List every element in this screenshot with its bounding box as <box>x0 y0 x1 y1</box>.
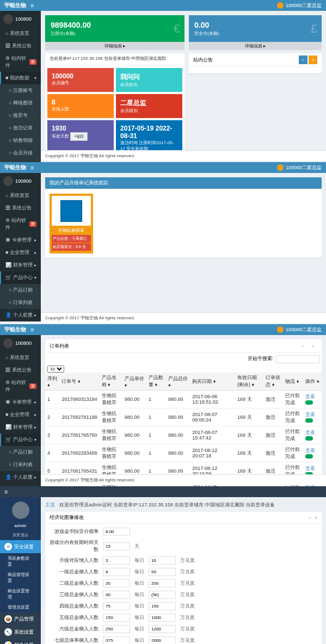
breadcrumb-home[interactable]: 主页 <box>45 502 55 507</box>
menu-item[interactable]: 🛒 产品中心▾ <box>0 434 41 446</box>
minimize-icon[interactable]: − <box>299 55 307 64</box>
form-label: 七级总体率梯入人数 <box>50 637 99 644</box>
product-card[interactable]: 生物抗衰植萃 产品分类：干果果仁 购买需要分：9.9 分 <box>50 194 93 253</box>
close-icon[interactable]: × <box>309 55 317 64</box>
user-info[interactable]: 100000二星总监 <box>277 2 322 9</box>
menu-sub-item[interactable]: ○ 订单列表 <box>0 296 41 309</box>
menu-item[interactable]: ⚙ 站内软件新 <box>0 376 41 396</box>
table-header[interactable]: 订单号 ♦ <box>59 373 99 391</box>
search-input[interactable] <box>276 355 319 363</box>
menu-sub-item[interactable]: ○ 推荐号 <box>0 109 41 122</box>
hamburger-icon[interactable]: ≡ <box>30 2 34 9</box>
menu-item[interactable]: 📦产品管理 <box>0 612 41 626</box>
menu-item[interactable]: 📊 财务管理▸ <box>0 421 41 434</box>
table-header[interactable]: 购买日期 ♦ <box>190 373 235 391</box>
hamburger-icon[interactable]: ≡ <box>30 164 34 171</box>
menu-item[interactable]: ⌂ 系统首页 <box>0 189 41 202</box>
form-input[interactable] <box>103 542 130 550</box>
form-input[interactable] <box>103 636 130 644</box>
form-input[interactable] <box>149 579 176 587</box>
view-link[interactable]: 查看 <box>305 412 315 417</box>
form-input[interactable] <box>103 591 130 599</box>
close-icon[interactable]: × <box>309 342 317 350</box>
menu-item[interactable]: ⚙ 站内软件新 <box>0 52 41 72</box>
menu-sub-item[interactable]: ○ 激活记录 <box>0 122 41 134</box>
table-header[interactable]: 产品名称 ♦ <box>100 373 122 391</box>
table-header[interactable]: 物流 ♦ <box>283 373 303 391</box>
sidebar: 100800 ⌂ 系统首页☰ 系统公告⚙ 站内软件新▣ 卡券管理▸■ 企业管理▸… <box>0 173 41 321</box>
track-button[interactable]: +追踪 <box>70 132 88 141</box>
menu-sub-item[interactable]: ○ 注册账号 <box>0 84 41 97</box>
table-header[interactable]: 序列 ♦ <box>45 373 59 391</box>
form-input[interactable] <box>149 636 176 644</box>
user-info[interactable]: 100000二星总监 <box>277 326 322 333</box>
menu-item[interactable]: ☰ 系统公告 <box>0 40 41 52</box>
form-input[interactable] <box>103 614 130 622</box>
form-input[interactable] <box>149 556 176 565</box>
form-input[interactable] <box>149 568 176 576</box>
user-info[interactable]: 100000二星总监 <box>277 164 322 171</box>
menu-sub-item[interactable]: ○ 网络图谱 <box>0 97 41 109</box>
form-input[interactable] <box>149 602 176 610</box>
form-input[interactable] <box>103 579 130 587</box>
user-avatar-icon <box>3 176 13 186</box>
menu-item[interactable]: ⚙ 站内软件新 <box>0 214 41 234</box>
form-input[interactable] <box>103 568 130 576</box>
minimize-icon[interactable]: − <box>308 515 311 521</box>
admin-actions[interactable]: 设置 退出 <box>0 530 41 540</box>
menu-item[interactable]: 系统参数设置 <box>0 553 41 569</box>
menu-item[interactable]: 💰财务设置 <box>0 639 41 644</box>
menu-item[interactable]: ⚙安全设置 <box>0 540 41 553</box>
table-header[interactable]: 有效日期(剩余) ♦ <box>235 373 263 391</box>
menu-item[interactable]: 🔧系统设置 <box>0 626 41 639</box>
menu-item[interactable]: ☰ 系统公告 <box>0 202 41 214</box>
menu-item[interactable]: ☰ 系统公告 <box>0 364 41 376</box>
menu-item[interactable]: ▣ 卡券管理▸ <box>0 234 41 246</box>
form-input[interactable] <box>149 625 176 633</box>
form-text: 万兑奖 <box>180 614 195 621</box>
menu-item[interactable]: ■ 企业管理▸ <box>0 408 41 421</box>
form-input[interactable] <box>103 625 130 633</box>
menu-item[interactable]: ▣ 卡券管理▸ <box>0 396 41 408</box>
form-label: 五级总金梯入人数 <box>50 614 99 621</box>
close-icon[interactable]: × <box>315 515 317 521</box>
panel-header: 订单列表 − × <box>45 339 322 353</box>
view-link[interactable]: 查看 <box>305 448 315 453</box>
menu-item[interactable]: 👤 个人权重▸ <box>0 309 41 321</box>
page-size-select[interactable]: 10 <box>47 366 64 373</box>
menu-item[interactable]: 管理员设置 <box>0 602 41 612</box>
menu-sub-item[interactable]: ○ 订单列表 <box>0 459 41 471</box>
menu-item[interactable]: 商品管理设置 <box>0 569 41 586</box>
view-link[interactable]: 查看 <box>305 430 315 435</box>
view-link[interactable]: 查看 <box>305 394 315 399</box>
hamburger-icon[interactable]: ≡ <box>30 326 34 333</box>
menu-item[interactable]: ⌂ 系统首页 <box>0 27 41 40</box>
table-header[interactable]: 产品单价 ♦ <box>122 373 146 391</box>
form-input[interactable] <box>149 614 176 622</box>
menu-item[interactable]: ⌂ 系统首页 <box>0 351 41 364</box>
stat-footer-link[interactable]: 详细信息 ▸ <box>45 42 184 50</box>
table-header[interactable]: 订单状态 ♦ <box>263 373 283 391</box>
menu-item[interactable]: 🛒 产品中心▾ <box>0 271 41 284</box>
menu-item[interactable]: 标志设置管理 <box>0 586 41 602</box>
menu-item[interactable]: ■ 我的数据▾ <box>0 72 41 84</box>
table-header[interactable]: 产品总价 ♦ <box>166 373 190 391</box>
hamburger-icon[interactable]: ≡ <box>4 488 8 495</box>
form-input[interactable] <box>149 591 176 599</box>
view-link[interactable]: 查看 <box>305 466 315 471</box>
table-header[interactable]: 产品数量 ♦ <box>146 373 166 391</box>
menu-sub-item[interactable]: ○ 产品订购 <box>0 446 41 459</box>
menu-sub-item[interactable]: ○ 销售明细 <box>0 134 41 147</box>
stat-footer-link[interactable]: 详细信息 ▸ <box>189 42 322 50</box>
menu-item[interactable]: 📊 财务管理▸ <box>0 259 41 271</box>
menu-sub-item[interactable]: ○ 产品订购 <box>0 284 41 296</box>
form-input[interactable] <box>103 602 130 610</box>
topbar: ≡ <box>0 486 326 497</box>
form-input[interactable] <box>103 528 130 536</box>
menu-sub-item[interactable]: ○ 会员升级 <box>0 147 41 159</box>
table-header[interactable]: 操作 ♦ <box>303 373 322 391</box>
form-input[interactable] <box>103 556 130 565</box>
menu-item[interactable]: ■ 企业管理▸ <box>0 246 41 259</box>
menu-item[interactable]: 👤 个人权重▸ <box>0 471 41 484</box>
minimize-icon[interactable]: − <box>299 342 307 350</box>
